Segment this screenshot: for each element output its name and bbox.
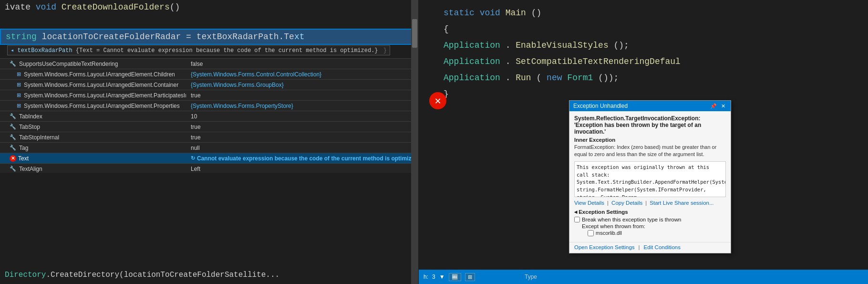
dialog-pin-button[interactable]: 📌 bbox=[710, 103, 717, 109]
code-line-r2: { bbox=[439, 21, 868, 37]
wrench-icon: 🔧 bbox=[10, 134, 16, 140]
open-exception-settings-link[interactable]: Open Exception Settings bbox=[574, 244, 635, 250]
dialog-title: Exception Unhandled bbox=[573, 103, 628, 109]
mscorlib-label: mscorlib.dll bbox=[596, 230, 622, 236]
stack-line-2: string.FormatHelper(System.IFormatProvid… bbox=[577, 186, 723, 197]
property-icon: ⊞ bbox=[17, 71, 21, 77]
break-when-label: Break when this exception type is thrown bbox=[582, 217, 681, 222]
prop-row-children[interactable]: ⊞ System.Windows.Forms.Layout.IArrangedE… bbox=[0, 69, 411, 80]
wrench-icon: 🔧 bbox=[10, 113, 16, 119]
prop-row-SupportsUseCompatibleTextRendering[interactable]: 🔧 SupportsUseCompatibleTextRendering fal… bbox=[0, 59, 411, 69]
exception-settings: ◂ Exception Settings Break when this exc… bbox=[574, 209, 726, 236]
dialog-titlebar-buttons: 📌 ✕ bbox=[710, 103, 727, 109]
inner-exception-text: FormatException: Index (zero based) must… bbox=[574, 144, 726, 158]
property-icon: ⊞ bbox=[17, 82, 21, 88]
wrench-icon: 🔧 bbox=[10, 145, 16, 151]
view-details-link[interactable]: View Details bbox=[574, 200, 604, 206]
status-btn-2[interactable]: ⊞ bbox=[465, 273, 475, 281]
error-circle-button[interactable]: ✕ bbox=[429, 92, 446, 109]
dialog-close-button[interactable]: ✕ bbox=[719, 103, 727, 109]
error-icon: ✕ bbox=[10, 155, 16, 162]
status-ln-label: h: bbox=[424, 273, 428, 280]
settings-header: ◂ Exception Settings bbox=[574, 209, 726, 215]
copy-details-link[interactable]: Copy Details bbox=[611, 200, 642, 206]
stack-trace-header: This exception was originally thrown at … bbox=[577, 164, 723, 179]
code-line-r1: static void Main () bbox=[439, 5, 868, 21]
code-line-highlight: string locationToCreateFolderRadar = tex… bbox=[0, 29, 413, 45]
code-line-1: ivate void CreateDownloadFolders() bbox=[0, 0, 413, 14]
prop-row-tag[interactable]: 🔧 Tag null bbox=[0, 143, 411, 153]
inner-exception-label: Inner Exception bbox=[574, 137, 726, 143]
prop-row-container[interactable]: ⊞ System.Windows.Forms.Layout.IArrangedE… bbox=[0, 80, 411, 90]
edit-conditions-link[interactable]: Edit Conditions bbox=[644, 244, 681, 250]
prop-row-properties[interactable]: ⊞ System.Windows.Forms.Layout.IArrangedE… bbox=[0, 101, 411, 111]
code-line-r3: Application . EnableVisualStyles (); bbox=[439, 37, 868, 53]
properties-panel: 🔧 SupportsUseCompatibleTextRendering fal… bbox=[0, 58, 411, 173]
code-line-r4: Application . SetCompatibleTextRendering… bbox=[439, 53, 868, 70]
except-when-sub: mscorlib.dll bbox=[574, 230, 726, 236]
property-icon: ⊞ bbox=[17, 103, 21, 109]
code-editor-left: ivate void CreateDownloadFolders() strin… bbox=[0, 0, 413, 284]
dialog-links: View Details | Copy Details | Start Live… bbox=[574, 200, 726, 206]
status-btn-1[interactable]: 🔤 bbox=[449, 273, 461, 281]
stack-line-1: System.Text.StringBuilder.AppendFormatHe… bbox=[577, 179, 723, 186]
code-bottom-line: Directory .CreateDirectory(locationToCre… bbox=[0, 266, 411, 284]
start-live-share-link[interactable]: Start Live Share session... bbox=[650, 200, 713, 206]
exception-dialog: Exception Unhandled 📌 ✕ System.Reflectio… bbox=[569, 100, 731, 253]
break-when-row: Break when this exception type is thrown bbox=[574, 217, 726, 222]
wrench-icon: 🔧 bbox=[10, 166, 16, 172]
except-when-label: Except when thrown from: bbox=[574, 223, 726, 229]
prop-row-tabstop[interactable]: 🔧 TabStop true bbox=[0, 122, 411, 132]
dialog-body: System.Reflection.TargetInvocationExcept… bbox=[569, 111, 731, 242]
wrench-icon: 🔧 bbox=[10, 124, 16, 130]
stack-trace-box[interactable]: This exception was originally thrown at … bbox=[574, 161, 726, 197]
mscorlib-checkbox[interactable] bbox=[588, 230, 594, 236]
code-line-r5: Application . Run ( new Form1 ()); bbox=[439, 70, 868, 86]
prop-row-textalign[interactable]: 🔧 TextAlign Left bbox=[0, 164, 411, 173]
refresh-icon: ↻ bbox=[191, 155, 195, 161]
type-label: Type bbox=[525, 273, 537, 280]
scrollbar-thumb[interactable] bbox=[412, 19, 417, 48]
exception-type: System.Reflection.TargetInvocationExcept… bbox=[574, 115, 726, 135]
status-bar: h: 3 ▼ 🔤 ⊞ bbox=[419, 270, 868, 284]
prop-row-tabstopinternal[interactable]: 🔧 TabStopInternal true bbox=[0, 132, 411, 143]
dialog-footer: Open Exception Settings | Edit Condition… bbox=[569, 242, 731, 253]
prop-row-tabindex[interactable]: 🔧 TabIndex 10 bbox=[0, 111, 411, 122]
break-when-checkbox[interactable] bbox=[574, 217, 580, 222]
code-line-r6: } bbox=[439, 86, 868, 102]
prop-row-text[interactable]: ✕ Text ↻ Cannot evaluate expression beca… bbox=[0, 153, 411, 164]
property-icon: ⊞ bbox=[17, 92, 21, 98]
status-sep: ▼ bbox=[439, 273, 445, 280]
wrench-icon: 🔧 bbox=[10, 61, 16, 67]
datatip-tooltip: ◂ textBoxRadarPath {Text = Cannot evalua… bbox=[7, 45, 390, 55]
prop-row-participates[interactable]: ⊞ System.Windows.Forms.Layout.IArrangedE… bbox=[0, 90, 411, 101]
dialog-titlebar: Exception Unhandled 📌 ✕ bbox=[569, 101, 731, 111]
vertical-scrollbar[interactable] bbox=[411, 0, 418, 284]
status-ln-value: 3 bbox=[432, 273, 435, 280]
